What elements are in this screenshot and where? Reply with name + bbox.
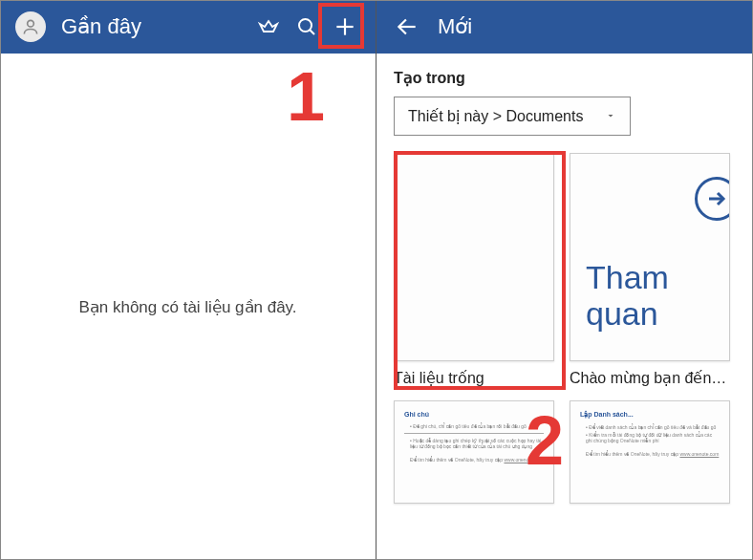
template-notes[interactable]: Ghi chú • Đề ghi chú, chỉ cần gõ tiêu đề… — [394, 400, 554, 504]
recent-panel: Gần đây Bạn không có tài liệu gần — [0, 0, 376, 560]
templates-row-2: Ghi chú • Đề ghi chú, chỉ cần gõ tiêu đề… — [394, 400, 736, 504]
small-template-heading: Ghi chú — [404, 411, 544, 418]
template-preview-blank — [394, 153, 554, 361]
tour-text: Tham quan — [586, 260, 729, 332]
create-in-label: Tạo trong — [394, 69, 736, 87]
svg-point-0 — [28, 20, 34, 27]
svg-point-1 — [299, 19, 312, 32]
new-content: Tạo trong Thiết bị này > Documents Tài l… — [376, 54, 753, 519]
svg-line-2 — [310, 30, 314, 34]
template-label: Chào mừng bạn đến… — [570, 369, 730, 387]
new-title: Mới — [438, 14, 742, 39]
search-icon[interactable] — [288, 8, 326, 46]
template-list[interactable]: Lập Danh sách... • Để viết danh sách của… — [570, 400, 730, 504]
template-label: Tài liệu trống — [394, 369, 554, 387]
new-panel: Mới Tạo trong Thiết bị này > Documents T… — [376, 0, 753, 560]
premium-icon[interactable] — [249, 8, 288, 46]
arrow-right-icon — [695, 177, 730, 221]
location-dropdown[interactable]: Thiết bị này > Documents — [394, 97, 631, 136]
new-document-icon[interactable] — [326, 8, 364, 46]
empty-state-message: Bạn không có tài liệu gần đây. — [0, 54, 376, 560]
template-welcome[interactable]: Tham quan Chào mừng bạn đến… — [570, 153, 730, 387]
recent-title: Gần đây — [61, 14, 246, 39]
account-avatar[interactable] — [11, 8, 50, 46]
templates-row-1: Tài liệu trống Tham quan Chào mừng bạn đ… — [394, 153, 736, 387]
recent-header: Gần đây — [0, 0, 376, 54]
new-header: Mới — [376, 0, 753, 54]
small-template-heading: Lập Danh sách... — [580, 411, 720, 419]
template-preview-welcome: Tham quan — [570, 153, 730, 361]
back-icon[interactable] — [388, 8, 426, 46]
dropdown-value: Thiết bị này > Documents — [408, 107, 583, 125]
chevron-down-icon — [605, 108, 616, 125]
template-blank[interactable]: Tài liệu trống — [394, 153, 554, 387]
